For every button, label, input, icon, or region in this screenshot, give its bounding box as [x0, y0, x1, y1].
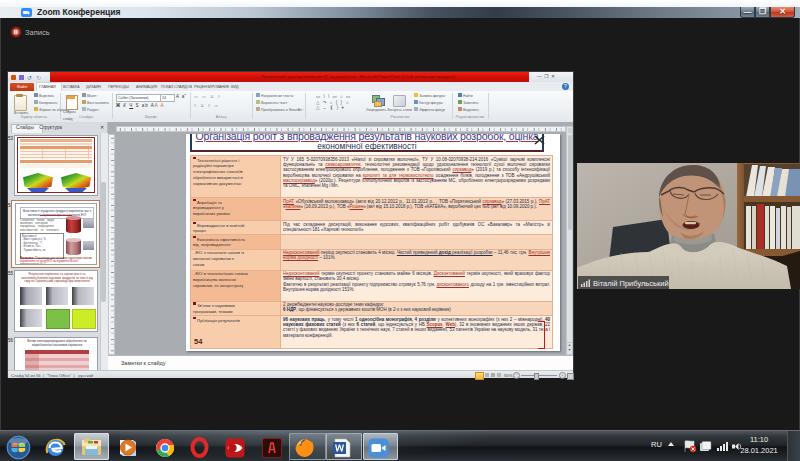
svg-text:Віталій Прибульський: Віталій Прибульський [593, 279, 669, 288]
